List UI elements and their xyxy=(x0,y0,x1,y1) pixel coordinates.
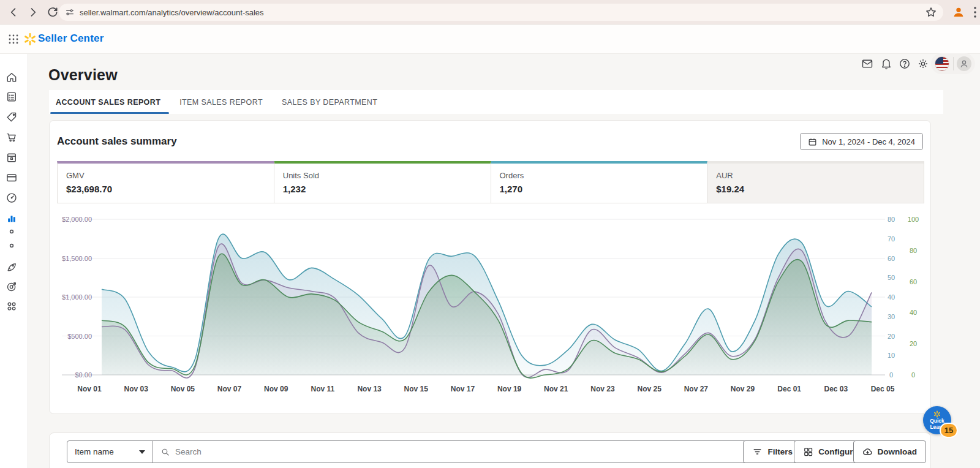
svg-text:10: 10 xyxy=(888,352,895,359)
walmart-spark-icon xyxy=(23,32,37,46)
back-icon[interactable] xyxy=(7,6,20,18)
filters-button[interactable]: Filters xyxy=(743,440,802,463)
page-title: Overview xyxy=(48,66,118,84)
items-list-icon[interactable] xyxy=(6,91,18,103)
metric-value: $23,698.70 xyxy=(66,184,274,194)
svg-text:Nov 21: Nov 21 xyxy=(544,385,568,393)
gear-icon[interactable] xyxy=(917,58,929,70)
url-bar[interactable]: seller.walmart.com/analytics/overview/ac… xyxy=(59,4,943,21)
svg-text:$2,000.00: $2,000.00 xyxy=(62,216,92,223)
metric-units-sold[interactable]: Units Sold 1,232 xyxy=(274,161,491,203)
item-name-select[interactable]: Item name xyxy=(67,441,153,462)
svg-text:Nov 17: Nov 17 xyxy=(451,385,475,393)
svg-text:100: 100 xyxy=(908,216,919,223)
sub-item-dot-icon[interactable] xyxy=(9,243,15,249)
fulfillment-box-icon[interactable] xyxy=(6,151,18,164)
tune-icon[interactable] xyxy=(65,7,75,17)
metric-label: Units Sold xyxy=(283,171,491,180)
us-flag-icon xyxy=(935,56,949,71)
payments-card-icon[interactable] xyxy=(6,172,18,184)
svg-text:$0.00: $0.00 xyxy=(75,371,92,379)
svg-text:Nov 03: Nov 03 xyxy=(124,385,149,393)
search-icon xyxy=(160,447,170,457)
pricing-tag-icon[interactable] xyxy=(6,111,18,123)
sub-item-dot-icon[interactable] xyxy=(9,228,15,235)
svg-text:Nov 07: Nov 07 xyxy=(217,385,242,393)
filters-label: Filters xyxy=(767,447,793,456)
more-apps-icon[interactable] xyxy=(6,300,18,312)
item-select-value: Item name xyxy=(75,447,114,456)
svg-text:Nov 29: Nov 29 xyxy=(731,385,755,393)
metric-aur[interactable]: AUR $19.24 xyxy=(707,161,924,203)
svg-text:Nov 15: Nov 15 xyxy=(404,385,429,393)
svg-text:70: 70 xyxy=(888,235,895,243)
date-range-text: Nov 1, 2024 - Dec 4, 2024 xyxy=(822,137,915,146)
search-box xyxy=(153,441,750,462)
metric-label: Orders xyxy=(500,171,707,180)
advertising-target-icon[interactable] xyxy=(6,281,18,293)
svg-text:20: 20 xyxy=(888,333,895,340)
svg-text:Dec 03: Dec 03 xyxy=(824,385,848,393)
cloud-download-icon xyxy=(862,447,873,457)
orders-cart-icon[interactable] xyxy=(6,131,18,143)
metric-value: $19.24 xyxy=(716,184,924,194)
bell-icon[interactable] xyxy=(880,58,892,70)
configure-grid-icon xyxy=(803,447,813,457)
url-text[interactable]: seller.walmart.com/analytics/overview/ac… xyxy=(80,8,925,17)
date-range-picker[interactable]: Nov 1, 2024 - Dec 4, 2024 xyxy=(800,133,923,150)
browser-profile-icon[interactable] xyxy=(952,6,965,19)
metric-gmv[interactable]: GMV $23,698.70 xyxy=(57,161,274,203)
sales-trend-chart: $2,000.00$1,500.00$1,000.00$500.00$0.008… xyxy=(57,213,924,396)
performance-gauge-icon[interactable] xyxy=(6,192,18,204)
svg-text:Nov 09: Nov 09 xyxy=(264,385,288,393)
metric-label: AUR xyxy=(716,171,924,180)
account-pill[interactable] xyxy=(931,53,975,74)
chevron-down-icon xyxy=(139,450,145,454)
quick-learn-badge[interactable]: 15 xyxy=(940,423,958,438)
svg-text:Nov 25: Nov 25 xyxy=(637,385,662,393)
star-icon[interactable] xyxy=(925,6,937,18)
kebab-menu-icon[interactable] xyxy=(974,7,976,18)
analytics-chart-icon[interactable] xyxy=(6,212,18,224)
pill-divider xyxy=(953,57,954,70)
report-tabs: ACCOUNT SALES REPORT ITEM SALES REPORT S… xyxy=(49,90,943,114)
growth-rocket-icon[interactable] xyxy=(6,261,18,273)
svg-text:0: 0 xyxy=(889,371,893,379)
search-input[interactable] xyxy=(175,447,743,456)
configure-label: Configure xyxy=(818,447,858,456)
tab-sales-by-department[interactable]: SALES BY DEPARTMENT xyxy=(276,90,391,114)
sales-chart-svg: $2,000.00$1,500.00$1,000.00$500.00$0.008… xyxy=(57,213,924,396)
account-avatar-icon[interactable] xyxy=(957,56,971,71)
walmart-spark-icon xyxy=(933,410,941,418)
home-icon[interactable] xyxy=(6,71,18,83)
svg-text:Dec 01: Dec 01 xyxy=(777,385,801,393)
svg-text:Nov 01: Nov 01 xyxy=(77,385,102,393)
brand-title[interactable]: Seller Center xyxy=(38,32,104,45)
summary-title: Account sales summary xyxy=(57,135,177,148)
browser-chrome-bar: seller.walmart.com/analytics/overview/ac… xyxy=(0,0,980,25)
svg-text:30: 30 xyxy=(888,313,895,320)
svg-text:Nov 11: Nov 11 xyxy=(311,385,335,393)
account-sales-summary-card: Account sales summary Nov 1, 2024 - Dec … xyxy=(49,120,931,414)
help-icon[interactable] xyxy=(899,58,911,70)
svg-text:50: 50 xyxy=(888,274,895,281)
apps-grid-icon[interactable] xyxy=(7,33,20,45)
reload-icon[interactable] xyxy=(47,6,59,18)
svg-text:80: 80 xyxy=(888,216,895,223)
tab-account-sales-report[interactable]: ACCOUNT SALES REPORT xyxy=(50,90,174,114)
svg-text:$1,500.00: $1,500.00 xyxy=(62,255,92,262)
svg-text:Nov 23: Nov 23 xyxy=(590,385,615,393)
svg-text:20: 20 xyxy=(910,340,917,347)
svg-text:60: 60 xyxy=(910,278,917,285)
svg-text:$500.00: $500.00 xyxy=(67,333,92,340)
forward-icon[interactable] xyxy=(27,6,39,18)
mail-icon[interactable] xyxy=(861,58,873,70)
metric-orders[interactable]: Orders 1,270 xyxy=(491,161,708,203)
filter-icon xyxy=(752,447,763,457)
download-button[interactable]: Download xyxy=(853,440,927,463)
app-header: Seller Center xyxy=(0,25,980,54)
items-toolbar-card: Item name Filters Configure Download xyxy=(49,432,931,468)
svg-text:Nov 27: Nov 27 xyxy=(684,385,709,393)
metric-value: 1,270 xyxy=(500,184,707,194)
tab-item-sales-report[interactable]: ITEM SALES REPORT xyxy=(174,90,276,114)
